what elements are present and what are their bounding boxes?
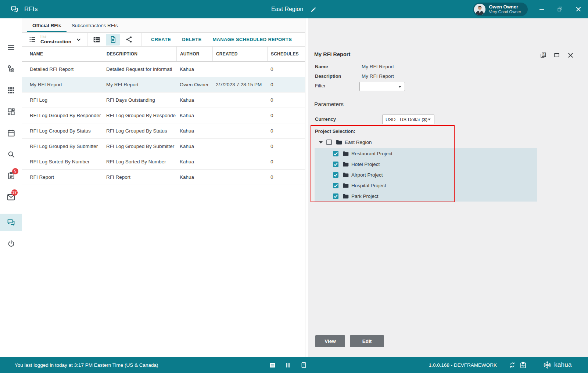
- open-windows-count: 1: [542, 52, 546, 56]
- table-row[interactable]: RFI Log Grouped By Responder RFI Log Gro…: [22, 108, 305, 123]
- table-row-selected[interactable]: My RFI Report My RFI Report Owen Owner 2…: [22, 77, 305, 93]
- tree-node-east-region[interactable]: East Region: [308, 138, 492, 147]
- tree-node-park-project[interactable]: Park Project: [315, 191, 537, 202]
- context-title: East Region: [271, 6, 303, 12]
- caret-down-icon[interactable]: [319, 141, 323, 144]
- column-header-name[interactable]: NAME: [22, 47, 103, 61]
- log-document-icon[interactable]: [300, 361, 308, 369]
- menu-icon[interactable]: [0, 39, 22, 56]
- grid-view-button[interactable]: [90, 34, 104, 46]
- checkbox-hotel-project[interactable]: [333, 162, 338, 167]
- table-row[interactable]: RFI Log Grouped By Submitter RFI Log Gro…: [22, 139, 305, 154]
- restore-button[interactable]: [556, 5, 564, 14]
- list-view-selector[interactable]: List Construction: [28, 35, 82, 44]
- share-button[interactable]: [122, 34, 136, 46]
- tree-node-label: Airport Project: [351, 172, 383, 178]
- checkbox-east-region[interactable]: [326, 140, 332, 145]
- sidebar: 5 37: [0, 18, 22, 357]
- apps-grid-icon[interactable]: [0, 82, 22, 99]
- search-icon[interactable]: [0, 145, 22, 163]
- report-view-button[interactable]: [106, 34, 120, 46]
- checkbox-park-project[interactable]: [333, 193, 338, 199]
- manage-scheduled-reports-button[interactable]: MANAGE SCHEDULED REPORTS: [212, 37, 292, 42]
- open-windows-icon[interactable]: 1: [539, 51, 548, 59]
- kahua-logo: kahua: [543, 357, 572, 373]
- cell-description: RFI Log Grouped By Responde: [103, 113, 176, 118]
- table-row[interactable]: RFI Log Sorted By Number RFI Log Sorted …: [22, 154, 305, 170]
- context-switcher: East Region: [271, 0, 317, 18]
- checkbox-restaurant-project[interactable]: [333, 151, 338, 156]
- cell-schedules: 0: [267, 113, 305, 118]
- activity-clipboard-icon[interactable]: [519, 361, 527, 369]
- login-message: You last logged in today at 3:17 PM East…: [15, 357, 158, 373]
- toolbar: List Construction: [22, 32, 305, 47]
- cell-description: RFI Report: [103, 174, 176, 180]
- table-row[interactable]: Detailed RFI Report Detailed Request for…: [22, 62, 305, 77]
- sync-icon[interactable]: [508, 361, 516, 369]
- workflow-icon[interactable]: [0, 60, 22, 78]
- column-header-description[interactable]: DESCRIPTION: [103, 47, 176, 61]
- power-icon[interactable]: [0, 235, 22, 252]
- folder-icon: [336, 140, 342, 145]
- cell-name: RFI Log Sorted By Number: [22, 159, 103, 164]
- pause-icon[interactable]: [284, 361, 292, 369]
- create-button[interactable]: CREATE: [151, 37, 171, 42]
- cell-description: RFI Days Outstanding: [103, 97, 176, 103]
- currency-dropdown[interactable]: USD - US Dollar ($): [382, 115, 434, 124]
- tree-node-hospital-project[interactable]: Hospital Project: [315, 180, 537, 191]
- table-row[interactable]: RFI Report RFI Report Kahua 0: [22, 170, 305, 185]
- description-label: Description: [315, 73, 341, 79]
- cell-name: RFI Log Grouped By Status: [22, 128, 103, 134]
- column-header-created[interactable]: CREATED: [212, 47, 267, 61]
- cell-description: My RFI Report: [103, 82, 176, 87]
- user-menu[interactable]: Owen Owner Very Good Owner: [473, 3, 528, 16]
- tree-node-airport-project[interactable]: Airport Project: [315, 170, 537, 180]
- calendar-icon[interactable]: [0, 124, 22, 142]
- panel-title: My RFI Report: [314, 51, 350, 57]
- tab-subcontractor-rfis[interactable]: Subcontractor's RFIs: [67, 18, 123, 32]
- name-label: Name: [315, 64, 328, 69]
- sidebar-divider: [0, 165, 22, 165]
- edit-button[interactable]: Edit: [350, 335, 384, 347]
- messages-icon[interactable]: 37: [0, 188, 22, 206]
- delete-button[interactable]: DELETE: [182, 37, 201, 42]
- checkbox-airport-project[interactable]: [333, 172, 338, 178]
- cell-author: Owen Owner: [176, 82, 212, 87]
- table-row[interactable]: RFI Log RFI Days Outstanding Kahua 0: [22, 93, 305, 108]
- folder-icon: [343, 183, 349, 188]
- cell-author: Kahua: [176, 144, 212, 149]
- cell-name: RFI Log Grouped By Responder: [22, 113, 103, 118]
- sidebar-chat-icon[interactable]: [0, 214, 22, 231]
- log-list-icon[interactable]: [268, 361, 276, 369]
- edit-context-icon[interactable]: [311, 6, 317, 12]
- cell-schedules: 0: [267, 174, 305, 180]
- toolbar-divider: [141, 33, 141, 47]
- checkbox-hospital-project[interactable]: [333, 183, 338, 188]
- table-header: NAME DESCRIPTION AUTHOR CREATED SCHEDULE…: [22, 47, 305, 62]
- table-row[interactable]: RFI Log Grouped By Status RFI Log Groupe…: [22, 123, 305, 139]
- dashboard-icon[interactable]: [0, 103, 22, 120]
- cell-name: RFI Log: [22, 97, 103, 103]
- tab-official-rfis[interactable]: Official RFIs: [27, 18, 67, 32]
- filter-dropdown[interactable]: [359, 82, 405, 91]
- tasks-icon[interactable]: 5: [0, 167, 22, 184]
- maximize-panel-icon[interactable]: [552, 51, 561, 59]
- close-window-button[interactable]: [574, 5, 583, 14]
- column-header-schedules[interactable]: SCHEDULES: [267, 47, 305, 61]
- cell-description: RFI Log Sorted By Number: [103, 159, 176, 164]
- list-icon: [28, 36, 36, 44]
- minimize-button[interactable]: [537, 5, 546, 14]
- view-button[interactable]: View: [315, 335, 345, 347]
- folder-icon: [343, 151, 349, 156]
- tree-node-restaurant-project[interactable]: Restaurant Project: [315, 148, 537, 159]
- parameters-heading: Parameters: [314, 101, 344, 108]
- app-chat-icon: [10, 5, 19, 14]
- tree-node-hotel-project[interactable]: Hotel Project: [315, 159, 537, 170]
- folder-icon: [343, 162, 349, 167]
- close-panel-icon[interactable]: [566, 51, 575, 59]
- column-header-author[interactable]: AUTHOR: [176, 47, 212, 61]
- cell-name: RFI Log Grouped By Submitter: [22, 144, 103, 149]
- cell-schedules: 0: [267, 66, 305, 72]
- cell-name: Detailed RFI Report: [22, 66, 103, 72]
- currency-value: USD - US Dollar ($): [383, 117, 427, 122]
